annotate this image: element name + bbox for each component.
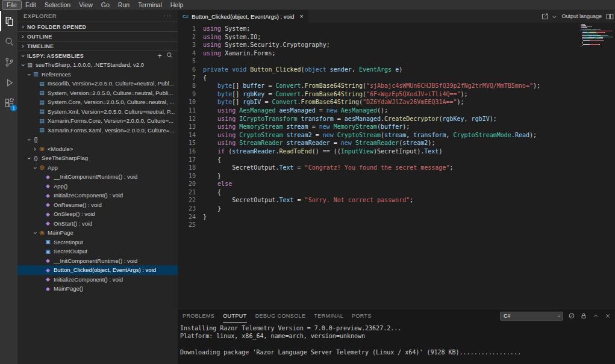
code-line: 19 } [178, 172, 615, 180]
output-channel-select[interactable]: C# › [500, 312, 563, 321]
tree-item-label: InitializeComponent() : void [54, 276, 123, 283]
tree-item[interactable]: ▣SecretOutput [17, 247, 178, 256]
tree-item[interactable]: ▤System, Version=2.0.5.0, Culture=neutra… [17, 88, 178, 98]
output-language-label[interactable]: Output language [561, 13, 602, 19]
tree-item[interactable]: ›◎MainPage [17, 228, 178, 238]
line-number: 17 [178, 156, 196, 164]
tree-item[interactable]: ◆OnSleep() : void [17, 209, 178, 219]
assembly-ref-icon: ▤ [38, 127, 46, 133]
code-text: SecretOutput.Text = "Sorry. Not correct … [203, 197, 413, 203]
tree-item[interactable]: ◆__InitComponentRuntime() : void [17, 256, 178, 266]
bottom-panel: PROBLEMSOUTPUTDEBUG CONSOLETERMINALPORTS… [178, 309, 615, 364]
section-label: TIMELINE [27, 43, 54, 49]
tree-item[interactable]: ◆Button_Clicked(object, EventArgs) : voi… [17, 265, 178, 275]
clear-output-icon[interactable] [568, 312, 575, 319]
code-text: } [203, 205, 221, 212]
tree-item[interactable]: ◆App() [17, 182, 178, 191]
tree-item[interactable]: ›{}SeeTheSharpFlag [17, 153, 178, 163]
tree-item[interactable]: ▤System.Core, Version=2.0.5.0, Culture=n… [17, 97, 178, 107]
tree-item[interactable]: ›{} [17, 135, 178, 144]
code-text: byte[] rgbIV = Convert.FromBase64String(… [203, 99, 464, 105]
lock-icon[interactable] [580, 312, 587, 319]
assembly-ref-icon: ▤ [38, 108, 46, 114]
menu-item-view[interactable]: View [75, 1, 97, 9]
output-channel-value: C# [504, 313, 511, 319]
close-panel-icon[interactable] [604, 312, 611, 319]
tree-item[interactable]: ▣SecretInput [17, 238, 178, 247]
panel-tab-debug-console[interactable]: DEBUG CONSOLE [255, 309, 306, 322]
section-timeline[interactable]: ›TIMELINE [17, 41, 178, 51]
tab-button-clicked[interactable]: C# Button_Clicked(object, EventArgs) : v… [178, 10, 308, 23]
tree-item[interactable]: ◆__InitComponentRuntime() : void [17, 172, 178, 182]
editor-actions: › Output language [541, 10, 615, 23]
menu-item-go[interactable]: Go [97, 1, 114, 9]
search-assemblies-icon[interactable] [166, 52, 173, 60]
method-icon: ◆ [44, 286, 52, 292]
chevron-icon: › [32, 146, 38, 152]
tree-item[interactable]: ◆InitializeComponent() : void [17, 191, 178, 200]
tree-item[interactable]: ◆MainPage() [17, 284, 178, 294]
code-area[interactable]: 1using System;2using System.IO;3using Sy… [178, 23, 615, 229]
code-text: } [203, 173, 221, 179]
panel-tab-ports[interactable]: PORTS [352, 309, 372, 322]
chevron-down-icon[interactable]: › [551, 14, 558, 20]
chevron-down-icon: › [556, 315, 562, 317]
code-text: using AesManaged aesManaged = new AesMan… [203, 107, 388, 114]
activity-search-icon[interactable] [0, 31, 17, 52]
line-number: 19 [178, 172, 196, 180]
chevron-icon: › [20, 43, 26, 49]
tree-item[interactable]: ›◎<Module> [17, 144, 178, 154]
menu-item-selection[interactable]: Selection [40, 1, 75, 9]
activity-extensions-icon[interactable]: 1 [0, 93, 17, 113]
minimap[interactable] [581, 24, 614, 48]
section-outline[interactable]: ›OUTLINE [17, 31, 178, 41]
tree-item[interactable]: ›▤seeTheSharp, 1.0.0.0, .NETStandard, v2… [17, 60, 178, 70]
menu-item-help[interactable]: Help [166, 1, 188, 9]
activity-bar: 1 [0, 10, 17, 364]
tree-item[interactable]: ▤Xamarin.Forms.Core, Version=2.0.0.0, Cu… [17, 116, 178, 126]
sidebar-body: ›NO FOLDER OPENED›OUTLINE›TIMELINE›ILSPY… [17, 22, 178, 364]
code-line: 6private void Button_Clicked(object send… [178, 66, 615, 74]
tree-item[interactable]: ▤System.Xml, Version=2.0.5.0, Culture=ne… [17, 107, 178, 117]
menu-item-edit[interactable]: Edit [21, 1, 40, 9]
tree-item[interactable]: ▤mscorlib, Version=2.0.5.0, Culture=neut… [17, 79, 178, 88]
tree-item[interactable]: ›▥References [17, 70, 178, 79]
menu-item-terminal[interactable]: Terminal [134, 1, 166, 9]
tree-item[interactable]: ▤Xamarin.Forms.Xaml, Version=2.0.0.0, Cu… [17, 126, 178, 135]
sidebar-title: EXPLORER [23, 13, 57, 19]
add-assembly-icon[interactable]: + [158, 53, 162, 59]
more-actions-icon[interactable]: ··· [163, 12, 172, 19]
code-line: 5 [178, 57, 615, 66]
tree-item[interactable]: ›◎App [17, 163, 178, 173]
line-number: 11 [178, 106, 196, 115]
chevron-icon: › [20, 23, 26, 30]
activity-run-debug-icon[interactable] [0, 72, 17, 93]
csharp-file-icon: C# [183, 14, 189, 19]
tree-item[interactable]: ◆OnResume() : void [17, 200, 178, 210]
output-preview-icon[interactable] [541, 13, 549, 20]
menu-item-file[interactable]: File [2, 1, 21, 9]
line-number: 20 [178, 180, 196, 188]
editor-pane[interactable]: 1using System;2using System.IO;3using Sy… [178, 23, 615, 309]
code-line: 1using System; [178, 25, 615, 33]
code-text: using Xamarin.Forms; [203, 50, 275, 57]
assembly-ref-icon: ▤ [38, 118, 46, 124]
menu-item-run[interactable]: Run [114, 1, 134, 9]
activity-explorer-icon[interactable] [0, 11, 17, 31]
split-editor-icon[interactable] [606, 13, 614, 20]
section-no-folder-opened[interactable]: ›NO FOLDER OPENED [17, 22, 178, 31]
panel-tab-output[interactable]: OUTPUT [223, 309, 246, 322]
tab-close-icon[interactable]: × [299, 13, 303, 20]
line-number: 16 [178, 147, 196, 156]
code-text: using StreamReader streamReader = new St… [203, 140, 435, 146]
section-ilspy-assemblies[interactable]: ›ILSPY: ASSEMBLIES+ [17, 51, 178, 60]
tree-item[interactable]: ◆OnStart() : void [17, 219, 178, 229]
tree-item[interactable]: ◆InitializeComponent() : void [17, 275, 178, 285]
chevron-icon: › [20, 53, 27, 59]
panel-tab-terminal[interactable]: TERMINAL [314, 309, 343, 322]
activity-source-control-icon[interactable] [0, 52, 17, 72]
maximize-panel-icon[interactable] [592, 312, 599, 319]
line-number: 18 [178, 164, 196, 172]
code-line: 4using Xamarin.Forms; [178, 49, 615, 58]
panel-tab-problems[interactable]: PROBLEMS [183, 309, 214, 322]
